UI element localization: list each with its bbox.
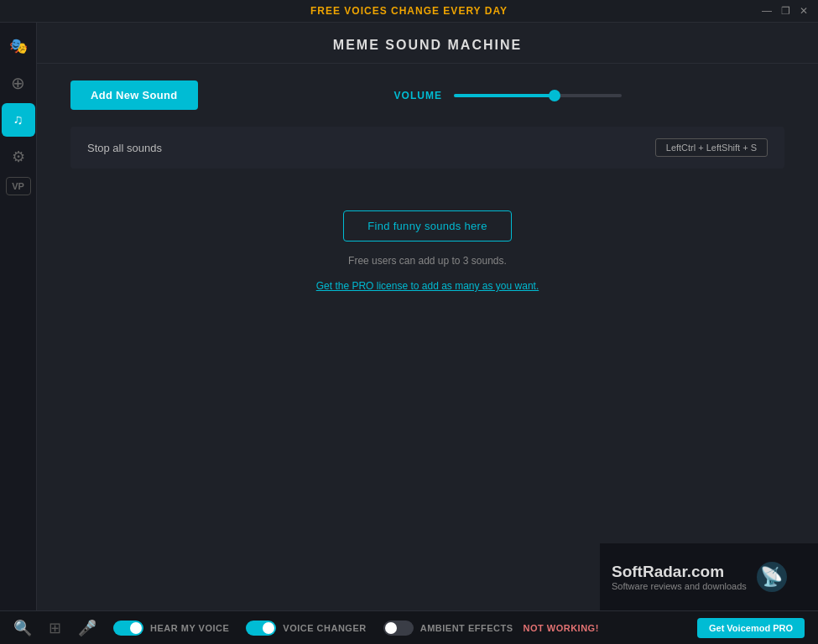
- stop-all-row: Stop all sounds LeftCtrl + LeftShift + S: [70, 127, 784, 169]
- content-area: MEME SOUND MACHINE Add New Sound VOLUME …: [37, 23, 818, 610]
- ambient-effects-group: AMBIENT EFFECTS NOT WORKING!: [383, 621, 599, 636]
- sidebar-item-effects[interactable]: ⊕: [2, 66, 35, 100]
- page-title: MEME SOUND MACHINE: [37, 23, 818, 64]
- shortcut-badge: LeftCtrl + LeftShift + S: [655, 138, 768, 157]
- find-sounds-button[interactable]: Find funny sounds here: [343, 210, 511, 242]
- minimize-button[interactable]: —: [761, 5, 773, 17]
- voice-changer-thumb: [263, 622, 274, 634]
- volume-label: VOLUME: [394, 90, 442, 101]
- banner-text: FREE VOICES CHANGE EVERY DAY: [310, 5, 508, 17]
- mic-mute-icon[interactable]: 🎤: [78, 619, 96, 637]
- effects-icon: ⊕: [11, 73, 25, 93]
- hear-my-voice-thumb: [130, 622, 142, 634]
- center-content: Find funny sounds here Free users can ad…: [37, 169, 818, 309]
- volume-fill: [454, 94, 555, 97]
- controls-row: Add New Sound VOLUME: [37, 64, 818, 127]
- vp-label: VP: [12, 181, 24, 191]
- sidebar-item-vp[interactable]: VP: [6, 177, 31, 195]
- sidebar: 🎭 ⊕ ♫ ⚙ VP: [0, 23, 37, 610]
- get-pro-button[interactable]: Get Voicemod PRO: [697, 618, 805, 638]
- ambient-effects-thumb: [385, 622, 397, 634]
- top-banner: FREE VOICES CHANGE EVERY DAY — ❐ ✕: [0, 0, 818, 23]
- sidebar-item-logo[interactable]: 🎭: [2, 29, 35, 63]
- free-users-text: Free users can add up to 3 sounds.: [348, 255, 507, 267]
- settings-icon: ⚙: [12, 148, 25, 166]
- volume-control: VOLUME: [232, 90, 784, 101]
- ambient-effects-label: AMBIENT EFFECTS: [420, 623, 513, 633]
- ambient-effects-toggle[interactable]: [383, 621, 414, 636]
- pro-license-link[interactable]: Get the PRO license to add as many as yo…: [316, 280, 539, 292]
- sounds-icon: ♫: [13, 112, 23, 127]
- stop-all-label: Stop all sounds: [87, 142, 162, 154]
- logo-icon: 🎭: [9, 37, 28, 55]
- sidebar-item-sounds[interactable]: ♫: [2, 103, 35, 137]
- add-sound-button[interactable]: Add New Sound: [70, 80, 198, 110]
- restore-button[interactable]: ❐: [779, 5, 791, 17]
- mixer-icon[interactable]: ⊞: [49, 619, 61, 637]
- voice-changer-toggle[interactable]: [246, 621, 276, 636]
- not-working-badge: NOT WORKING!: [524, 623, 599, 633]
- volume-track[interactable]: [454, 94, 622, 97]
- hear-my-voice-toggle[interactable]: [113, 621, 143, 636]
- voice-changer-label: VOICE CHANGER: [283, 623, 366, 633]
- close-button[interactable]: ✕: [798, 5, 810, 17]
- bottom-bar: 🔍 ⊞ 🎤 HEAR MY VOICE VOICE CHANGER AMBIEN…: [0, 610, 818, 644]
- hear-my-voice-label: HEAR MY VOICE: [150, 623, 229, 633]
- sidebar-item-settings[interactable]: ⚙: [2, 140, 35, 174]
- hear-my-voice-group: HEAR MY VOICE: [113, 621, 229, 636]
- search-icon[interactable]: 🔍: [13, 619, 32, 637]
- voice-changer-group: VOICE CHANGER: [246, 621, 366, 636]
- volume-thumb: [549, 90, 560, 101]
